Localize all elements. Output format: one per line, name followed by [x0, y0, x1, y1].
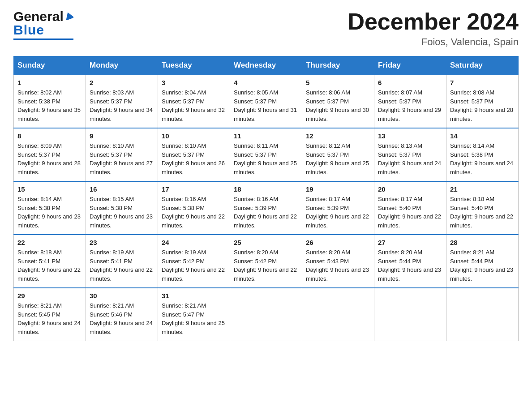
day-info: Sunrise: 8:17 AMSunset: 5:40 PMDaylight:…	[378, 196, 441, 229]
day-info: Sunrise: 8:04 AMSunset: 5:37 PMDaylight:…	[162, 89, 225, 122]
table-cell: 19 Sunrise: 8:17 AMSunset: 5:39 PMDaylig…	[302, 181, 374, 235]
day-number: 16	[90, 185, 154, 193]
day-number: 14	[450, 132, 515, 140]
table-cell: 30 Sunrise: 8:21 AMSunset: 5:46 PMDaylig…	[86, 288, 158, 341]
day-info: Sunrise: 8:13 AMSunset: 5:37 PMDaylight:…	[378, 142, 441, 176]
day-number: 7	[450, 79, 515, 86]
day-number: 23	[90, 239, 154, 246]
header-thursday: Thursday	[302, 56, 374, 75]
day-info: Sunrise: 8:18 AMSunset: 5:40 PMDaylight:…	[450, 196, 513, 229]
table-cell	[374, 288, 446, 341]
table-cell: 21 Sunrise: 8:18 AMSunset: 5:40 PMDaylig…	[446, 181, 519, 235]
table-cell	[230, 288, 302, 341]
logo-triangle-icon	[64, 11, 73, 20]
table-cell	[302, 288, 374, 341]
day-number: 13	[378, 132, 442, 140]
table-cell: 1 Sunrise: 8:02 AMSunset: 5:38 PMDayligh…	[14, 75, 86, 128]
table-cell: 9 Sunrise: 8:10 AMSunset: 5:37 PMDayligh…	[86, 128, 158, 181]
day-info: Sunrise: 8:14 AMSunset: 5:38 PMDaylight:…	[450, 142, 513, 176]
day-number: 26	[306, 239, 370, 246]
day-number: 6	[378, 79, 442, 86]
week-row-3: 15 Sunrise: 8:14 AMSunset: 5:38 PMDaylig…	[14, 181, 519, 235]
day-number: 9	[90, 132, 154, 140]
day-number: 30	[90, 292, 154, 300]
day-number: 22	[17, 239, 82, 246]
header-tuesday: Tuesday	[158, 56, 230, 75]
logo-general: General	[13, 9, 64, 24]
day-number: 17	[162, 185, 226, 193]
days-header-row: Sunday Monday Tuesday Wednesday Thursday…	[14, 56, 519, 75]
day-info: Sunrise: 8:09 AMSunset: 5:37 PMDaylight:…	[17, 142, 81, 176]
day-info: Sunrise: 8:21 AMSunset: 5:47 PMDaylight:…	[162, 302, 225, 335]
table-cell: 20 Sunrise: 8:17 AMSunset: 5:40 PMDaylig…	[374, 181, 446, 235]
week-row-4: 22 Sunrise: 8:18 AMSunset: 5:41 PMDaylig…	[14, 235, 519, 288]
table-cell: 17 Sunrise: 8:16 AMSunset: 5:38 PMDaylig…	[158, 181, 230, 235]
day-number: 24	[162, 239, 226, 246]
table-cell: 22 Sunrise: 8:18 AMSunset: 5:41 PMDaylig…	[14, 235, 86, 288]
day-info: Sunrise: 8:16 AMSunset: 5:39 PMDaylight:…	[234, 196, 297, 229]
day-number: 1	[17, 79, 82, 86]
table-cell: 29 Sunrise: 8:21 AMSunset: 5:45 PMDaylig…	[14, 288, 86, 341]
day-number: 5	[306, 79, 370, 86]
calendar-table: Sunday Monday Tuesday Wednesday Thursday…	[13, 56, 519, 341]
day-number: 27	[378, 239, 442, 246]
day-info: Sunrise: 8:10 AMSunset: 5:37 PMDaylight:…	[90, 142, 153, 176]
table-cell: 11 Sunrise: 8:11 AMSunset: 5:37 PMDaylig…	[230, 128, 302, 181]
table-cell: 7 Sunrise: 8:08 AMSunset: 5:37 PMDayligh…	[446, 75, 519, 128]
day-info: Sunrise: 8:03 AMSunset: 5:37 PMDaylight:…	[90, 89, 153, 122]
day-info: Sunrise: 8:18 AMSunset: 5:41 PMDaylight:…	[17, 249, 81, 282]
day-info: Sunrise: 8:02 AMSunset: 5:38 PMDaylight:…	[17, 89, 81, 122]
logo: General Blue	[13, 9, 73, 40]
table-cell: 13 Sunrise: 8:13 AMSunset: 5:37 PMDaylig…	[374, 128, 446, 181]
table-cell: 15 Sunrise: 8:14 AMSunset: 5:38 PMDaylig…	[14, 181, 86, 235]
table-cell: 6 Sunrise: 8:07 AMSunset: 5:37 PMDayligh…	[374, 75, 446, 128]
table-cell: 25 Sunrise: 8:20 AMSunset: 5:42 PMDaylig…	[230, 235, 302, 288]
day-number: 31	[162, 292, 226, 300]
day-info: Sunrise: 8:17 AMSunset: 5:39 PMDaylight:…	[306, 196, 369, 229]
header-monday: Monday	[86, 56, 158, 75]
day-info: Sunrise: 8:15 AMSunset: 5:38 PMDaylight:…	[90, 196, 153, 229]
logo-underline	[13, 39, 73, 40]
day-number: 12	[306, 132, 370, 140]
table-cell: 3 Sunrise: 8:04 AMSunset: 5:37 PMDayligh…	[158, 75, 230, 128]
day-number: 19	[306, 185, 370, 193]
day-info: Sunrise: 8:08 AMSunset: 5:37 PMDaylight:…	[450, 89, 513, 122]
day-number: 21	[450, 185, 515, 193]
table-cell: 28 Sunrise: 8:21 AMSunset: 5:44 PMDaylig…	[446, 235, 519, 288]
day-info: Sunrise: 8:16 AMSunset: 5:38 PMDaylight:…	[162, 196, 225, 229]
day-number: 20	[378, 185, 442, 193]
table-cell: 8 Sunrise: 8:09 AMSunset: 5:37 PMDayligh…	[14, 128, 86, 181]
day-info: Sunrise: 8:14 AMSunset: 5:38 PMDaylight:…	[17, 196, 81, 229]
day-number: 2	[90, 79, 154, 86]
table-cell: 12 Sunrise: 8:12 AMSunset: 5:37 PMDaylig…	[302, 128, 374, 181]
table-cell	[446, 288, 519, 341]
day-info: Sunrise: 8:19 AMSunset: 5:41 PMDaylight:…	[90, 249, 153, 282]
day-info: Sunrise: 8:21 AMSunset: 5:46 PMDaylight:…	[90, 302, 153, 335]
day-info: Sunrise: 8:20 AMSunset: 5:43 PMDaylight:…	[306, 249, 369, 282]
day-number: 3	[162, 79, 226, 86]
day-info: Sunrise: 8:20 AMSunset: 5:42 PMDaylight:…	[234, 249, 297, 282]
day-number: 29	[17, 292, 82, 300]
month-title: December 2024	[348, 9, 519, 34]
day-number: 11	[234, 132, 298, 140]
day-number: 18	[234, 185, 298, 193]
table-cell: 27 Sunrise: 8:20 AMSunset: 5:44 PMDaylig…	[374, 235, 446, 288]
header-sunday: Sunday	[14, 56, 86, 75]
day-info: Sunrise: 8:11 AMSunset: 5:37 PMDaylight:…	[234, 142, 297, 176]
page-header: General Blue December 2024 Foios, Valenc…	[13, 9, 519, 48]
header-wednesday: Wednesday	[230, 56, 302, 75]
day-number: 25	[234, 239, 298, 246]
day-number: 4	[234, 79, 298, 86]
table-cell: 14 Sunrise: 8:14 AMSunset: 5:38 PMDaylig…	[446, 128, 519, 181]
table-cell: 4 Sunrise: 8:05 AMSunset: 5:37 PMDayligh…	[230, 75, 302, 128]
table-cell: 16 Sunrise: 8:15 AMSunset: 5:38 PMDaylig…	[86, 181, 158, 235]
table-cell: 10 Sunrise: 8:10 AMSunset: 5:37 PMDaylig…	[158, 128, 230, 181]
day-info: Sunrise: 8:12 AMSunset: 5:37 PMDaylight:…	[306, 142, 369, 176]
week-row-5: 29 Sunrise: 8:21 AMSunset: 5:45 PMDaylig…	[14, 288, 519, 341]
table-cell: 2 Sunrise: 8:03 AMSunset: 5:37 PMDayligh…	[86, 75, 158, 128]
day-info: Sunrise: 8:07 AMSunset: 5:37 PMDaylight:…	[378, 89, 441, 122]
header-friday: Friday	[374, 56, 446, 75]
day-number: 8	[17, 132, 82, 140]
day-info: Sunrise: 8:05 AMSunset: 5:37 PMDaylight:…	[234, 89, 297, 122]
day-info: Sunrise: 8:10 AMSunset: 5:37 PMDaylight:…	[162, 142, 225, 176]
